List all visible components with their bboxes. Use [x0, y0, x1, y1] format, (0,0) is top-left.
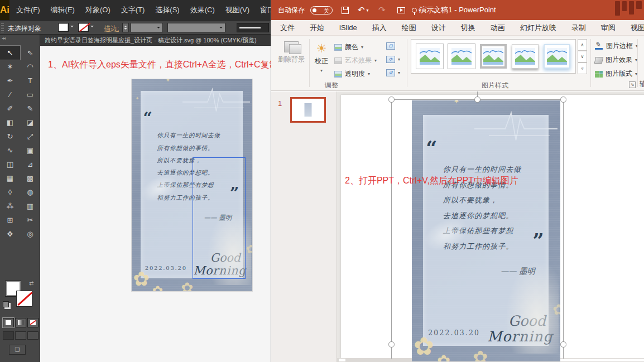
- stroke-none-swatch[interactable]: [17, 291, 32, 306]
- menu-item[interactable]: 文件(F): [16, 5, 40, 15]
- selection-tool[interactable]: ↖: [0, 46, 20, 60]
- menu-item[interactable]: 视图(V): [225, 5, 249, 15]
- gradient-tool[interactable]: ▩: [20, 171, 40, 185]
- ribbon-tab[interactable]: 插入: [372, 23, 387, 33]
- menu-item[interactable]: 效果(C): [190, 5, 215, 15]
- transparency-button[interactable]: 透明度▾: [334, 69, 370, 79]
- brush-definition-dropdown[interactable]: [237, 23, 269, 32]
- color-button[interactable]: 颜色▾: [334, 42, 363, 52]
- stroke-color-swatch[interactable]: [78, 23, 89, 32]
- symbol-sprayer-tool[interactable]: ⁂: [0, 199, 20, 213]
- direct-selection-tool[interactable]: ⇖: [20, 46, 40, 60]
- pen-tool[interactable]: ✒: [0, 74, 20, 88]
- picture-layout-button[interactable]: 图片版式▾: [595, 69, 637, 79]
- gradient-mode-button[interactable]: [15, 318, 26, 327]
- perspective-grid-tool[interactable]: ⊿: [20, 157, 40, 171]
- scale-tool[interactable]: ⤢: [20, 129, 40, 143]
- menu-item[interactable]: 窗口(W): [260, 5, 271, 15]
- rectangle-tool[interactable]: ▭: [20, 88, 40, 102]
- ribbon-tab[interactable]: 绘图: [402, 23, 416, 33]
- menu-item[interactable]: 对象(O): [85, 5, 110, 15]
- ribbon-tab[interactable]: 切换: [461, 23, 475, 33]
- zoom-tool[interactable]: ◎: [20, 227, 40, 241]
- ribbon-tab[interactable]: 视图: [631, 23, 644, 33]
- ribbon-tab[interactable]: 设计: [431, 23, 446, 33]
- menu-item[interactable]: 选择(S): [155, 5, 179, 15]
- compress-picture-button[interactable]: ⊡: [386, 42, 395, 50]
- selection-handle-middle-left[interactable]: [388, 341, 395, 347]
- poster-artwork-illustrator[interactable]: “ 你只有一生的时间去做所有你想做的事情。所以不要犹豫，去追逐你的梦想吧。上帝保…: [132, 79, 252, 291]
- ribbon-tab[interactable]: 动画: [491, 23, 505, 33]
- document-tab[interactable]: 简约早安语录日签海报明星应援_设计页 - 稿定设计.svg @ 100% (CM…: [40, 35, 271, 46]
- rotate-tool[interactable]: ↻: [0, 129, 20, 143]
- free-transform-tool[interactable]: ▣: [20, 143, 40, 157]
- draw-normal-button[interactable]: [3, 331, 14, 340]
- remove-background-button[interactable]: 删除背景: [278, 41, 305, 64]
- lasso-tool[interactable]: ◠: [20, 60, 40, 74]
- gallery-more-icon[interactable]: ⩒: [578, 62, 587, 74]
- gallery-down-icon[interactable]: ∨: [578, 51, 587, 62]
- artboard-tool[interactable]: ⊞: [0, 213, 20, 227]
- pasted-poster-image[interactable]: “ 你只有一生的时间去做所有你想做的事情。所以不要犹豫，去追逐你的梦想吧。上帝保…: [412, 100, 560, 361]
- screen-mode-button[interactable]: ❏: [9, 345, 26, 355]
- toolbar-collapse-icon[interactable]: ◂◂: [0, 35, 40, 42]
- picture-style-thumb[interactable]: [448, 44, 475, 69]
- stroke-weight-dropdown[interactable]: [131, 23, 163, 32]
- selection-handle-top-right[interactable]: [560, 96, 566, 103]
- color-mode-button[interactable]: [3, 318, 14, 327]
- selection-handle-top-center[interactable]: [474, 96, 480, 103]
- slice-tool[interactable]: ✂: [20, 213, 40, 227]
- selection-handle-middle-right[interactable]: [560, 341, 566, 347]
- type-tool[interactable]: T: [20, 74, 40, 88]
- ribbon-tab[interactable]: 录制: [571, 23, 586, 33]
- menu-item[interactable]: 编辑(E): [51, 5, 75, 15]
- picture-effects-button[interactable]: 图片效果▾: [595, 55, 637, 65]
- reset-picture-button[interactable]: ↺▾: [386, 69, 400, 76]
- flower-icon: ✿: [133, 269, 150, 289]
- width-tool[interactable]: ∿: [0, 143, 20, 157]
- dialog-launcher-icon[interactable]: ⇘: [629, 81, 636, 88]
- shaper-tool[interactable]: ◧: [0, 115, 20, 129]
- fill-dropdown-icon[interactable]: [70, 26, 74, 29]
- eyedropper-tool[interactable]: ◊: [0, 185, 20, 199]
- selection-handle-top-left[interactable]: [388, 96, 395, 103]
- fill-color-swatch[interactable]: [58, 23, 69, 32]
- ribbon-tab[interactable]: 幻灯片放映: [520, 23, 556, 33]
- flower-icon: ✿: [552, 302, 560, 317]
- picture-style-thumb[interactable]: [544, 44, 570, 69]
- menu-item[interactable]: 文字(T): [121, 5, 145, 15]
- column-graph-tool[interactable]: ▥: [20, 199, 40, 213]
- picture-border-button[interactable]: 图片边框▾: [595, 41, 638, 51]
- picture-style-thumb[interactable]: [512, 44, 539, 69]
- default-fill-stroke-icon[interactable]: [3, 301, 9, 307]
- hand-tool[interactable]: ✥: [0, 227, 20, 241]
- change-picture-button[interactable]: ⟳▾: [386, 56, 400, 63]
- paintbrush-tool[interactable]: ✐: [0, 102, 20, 115]
- picture-style-thumb[interactable]: [416, 44, 443, 69]
- swap-fill-stroke-icon[interactable]: ⇄: [29, 280, 33, 286]
- ribbon-tab[interactable]: 开始: [310, 23, 324, 33]
- pencil-tool[interactable]: ✎: [20, 102, 40, 115]
- stroke-dropdown-icon[interactable]: [90, 26, 94, 29]
- ribbon-tab[interactable]: 审阅: [601, 23, 616, 33]
- draw-inside-button[interactable]: [27, 331, 39, 340]
- magic-wand-tool[interactable]: ✶: [0, 60, 20, 74]
- ribbon-tab[interactable]: 文件: [280, 23, 295, 33]
- line-segment-tool[interactable]: ∕: [0, 88, 20, 102]
- picture-style-thumb[interactable]: [480, 44, 507, 69]
- eraser-tool[interactable]: ◪: [20, 115, 40, 129]
- gallery-up-icon[interactable]: ∧: [578, 39, 587, 51]
- blend-tool[interactable]: ◍: [20, 185, 40, 199]
- none-mode-button[interactable]: [27, 318, 39, 327]
- draw-behind-button[interactable]: [15, 331, 26, 340]
- shape-builder-tool[interactable]: ◫: [0, 157, 20, 171]
- slide-thumbnail[interactable]: [290, 97, 326, 123]
- mesh-tool[interactable]: ▦: [0, 171, 20, 185]
- variable-width-dropdown[interactable]: [167, 23, 225, 32]
- stroke-weight-label[interactable]: 描边:: [104, 24, 119, 33]
- ai-selection-rectangle[interactable]: [193, 157, 246, 279]
- ribbon-tab[interactable]: iSlide: [339, 23, 357, 32]
- corrections-button[interactable]: ☀ 校正 ▾: [315, 42, 328, 73]
- artistic-effects-button[interactable]: 艺术效果▾: [334, 56, 377, 65]
- stroke-weight-stepper[interactable]: [122, 23, 129, 32]
